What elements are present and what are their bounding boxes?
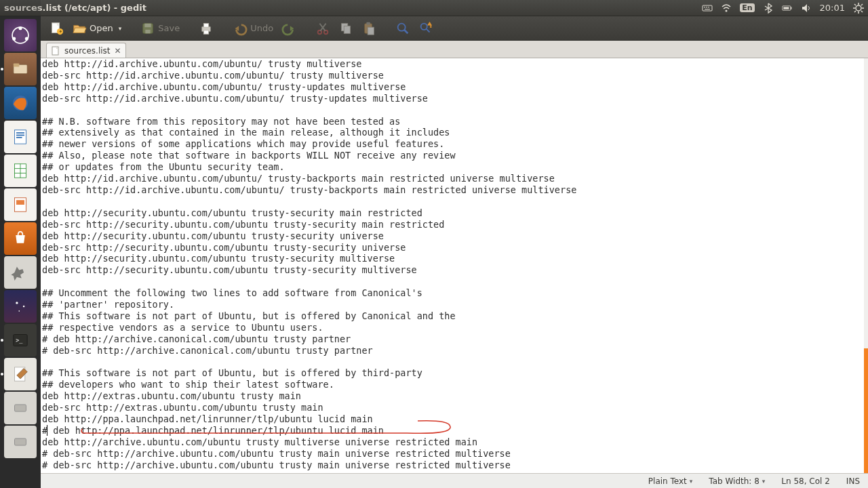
svg-point-34 [856, 5, 861, 11]
svg-rect-25 [703, 5, 712, 11]
vertical-scrollbar[interactable] [864, 58, 868, 473]
tab-close-icon[interactable]: ✕ [115, 46, 121, 56]
svg-text:>_: >_ [16, 337, 23, 344]
svg-rect-26 [704, 7, 705, 7]
svg-rect-60 [344, 26, 350, 33]
language-indicator[interactable]: En [740, 3, 754, 12]
tab-filename: sources.list [64, 46, 111, 56]
document-tabbar: sources.list ✕ [41, 41, 868, 58]
launcher-terminal[interactable]: >_ [4, 324, 37, 357]
launcher-software-center[interactable] [4, 222, 37, 255]
network-wifi-icon[interactable] [721, 3, 732, 14]
paste-button[interactable] [359, 20, 379, 37]
gedit-toolbar: ✦ Open ▾ Save Undo [41, 16, 868, 41]
insert-mode[interactable]: INS [846, 476, 860, 486]
syntax-mode-selector[interactable]: Plain Text▾ [648, 476, 692, 486]
svg-rect-63 [368, 27, 374, 35]
print-button[interactable] [196, 20, 216, 37]
launcher-disk1[interactable] [4, 392, 37, 424]
svg-rect-24 [15, 439, 26, 445]
launcher-gedit[interactable] [4, 358, 37, 390]
save-label: Save [158, 23, 180, 33]
svg-point-18 [23, 306, 25, 308]
launcher-writer[interactable] [4, 121, 37, 153]
svg-rect-32 [790, 7, 791, 9]
launcher-firefox[interactable] [4, 87, 37, 119]
svg-rect-5 [14, 64, 20, 67]
open-button[interactable]: Open ▾ [69, 20, 124, 37]
svg-point-2 [12, 37, 16, 41]
svg-rect-9 [16, 135, 24, 136]
scrollbar-thumb[interactable] [864, 348, 868, 473]
svg-rect-62 [366, 22, 370, 24]
svg-rect-23 [15, 405, 26, 411]
svg-line-40 [861, 11, 863, 12]
svg-rect-10 [16, 137, 22, 138]
svg-point-1 [18, 26, 22, 30]
launcher-calc[interactable] [4, 155, 37, 187]
statusbar: Plain Text▾ Tab Width: 8▾ Ln 58, Col 2 I… [41, 473, 868, 488]
svg-text:✦: ✦ [58, 28, 62, 35]
svg-point-3 [25, 37, 28, 41]
bluetooth-icon[interactable] [763, 3, 774, 14]
svg-rect-52 [204, 30, 209, 34]
svg-line-39 [854, 4, 856, 5]
svg-rect-29 [705, 9, 710, 9]
text-editor[interactable]: deb http://id.archive.ubuntu.com/ubuntu/… [41, 58, 864, 473]
new-document-button[interactable]: ✦ [46, 20, 66, 37]
editor-viewport: deb http://id.archive.ubuntu.com/ubuntu/… [41, 58, 868, 473]
launcher-impress[interactable] [4, 188, 37, 221]
svg-point-30 [726, 9, 728, 12]
launcher-settings[interactable] [4, 256, 37, 289]
svg-rect-51 [204, 23, 209, 27]
save-button[interactable]: Save [138, 20, 182, 37]
clock[interactable]: 20:01 [820, 3, 845, 13]
svg-rect-49 [146, 29, 151, 33]
launcher-files[interactable] [4, 53, 37, 85]
svg-point-66 [421, 23, 427, 29]
document-icon [51, 46, 60, 56]
session-gear-icon[interactable] [853, 3, 864, 14]
copy-button[interactable] [336, 20, 356, 37]
cursor-position: Ln 58, Col 2 [781, 476, 830, 486]
launcher-stellarium[interactable] [4, 290, 37, 323]
document-tab[interactable]: sources.list ✕ [46, 43, 126, 58]
svg-point-19 [18, 310, 20, 312]
svg-rect-33 [783, 7, 789, 9]
undo-button[interactable]: Undo [230, 20, 276, 37]
undo-label: Undo [250, 23, 273, 33]
redo-button[interactable] [279, 20, 299, 37]
find-button[interactable] [393, 20, 413, 37]
svg-line-65 [404, 29, 408, 33]
launcher-disk2[interactable] [4, 426, 37, 458]
svg-line-42 [854, 11, 856, 12]
svg-rect-28 [708, 7, 709, 7]
find-replace-button[interactable] [416, 20, 436, 37]
svg-rect-16 [16, 200, 24, 205]
svg-line-41 [861, 4, 863, 5]
keyboard-indicator-icon[interactable] [702, 3, 713, 14]
svg-point-17 [16, 302, 18, 304]
unity-launcher: >_ [0, 0, 41, 488]
launcher-ubuntu-dash[interactable] [4, 19, 37, 52]
tab-width-selector[interactable]: Tab Width: 8▾ [709, 476, 765, 486]
sound-icon[interactable] [801, 3, 812, 14]
svg-rect-27 [706, 7, 707, 7]
svg-rect-48 [145, 23, 151, 27]
cut-button[interactable] [313, 20, 333, 37]
open-recent-dropdown-icon[interactable]: ▾ [119, 25, 122, 32]
top-panel: sources.list (/etc/apt) - gedit En 20:01 [0, 0, 868, 16]
open-label: Open [90, 23, 113, 33]
battery-icon[interactable] [782, 3, 793, 14]
svg-line-67 [427, 28, 430, 32]
svg-rect-8 [16, 132, 24, 134]
